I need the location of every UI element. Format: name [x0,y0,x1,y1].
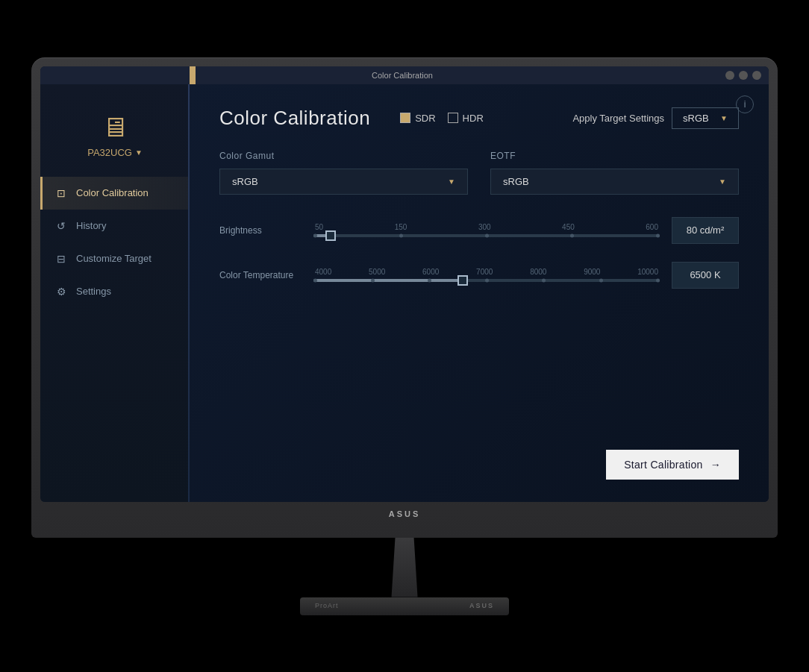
color-gamut-section: Color Gamut sRGB ▼ [219,151,468,195]
sdr-toggle[interactable]: SDR [400,113,435,124]
brightness-thumb[interactable] [325,230,336,241]
info-button[interactable]: i [736,95,754,113]
eotf-dropdown[interactable]: sRGB ▼ [490,169,739,195]
color-temperature-fill [313,279,463,282]
color-gamut-dropdown[interactable]: sRGB ▼ [219,169,468,195]
eotf-label: EOTF [490,151,739,161]
sidebar-item-settings-label: Settings [76,286,111,297]
history-icon: ↺ [55,220,67,232]
brightness-tick-2: 300 [478,223,491,231]
calibrate-button-label: Start Calibration [624,459,702,471]
monitor-stand: ProArt ASUS [300,538,509,615]
temp-tick-0: 4000 [315,268,331,276]
proart-label: ProArt [315,602,339,609]
target-settings-area: Apply Target Settings sRGB ▼ [572,107,739,129]
monitor-icon: 🖥 [101,114,128,141]
sidebar-item-color-calibration-label: Color Calibration [76,187,149,198]
brightness-tick-4: 600 [646,223,658,231]
sidebar-item-settings[interactable]: ⚙ Settings [40,275,190,308]
brightness-dot-1 [399,234,403,238]
device-dropdown-arrow[interactable]: ▼ [135,148,143,157]
stand-neck [386,538,423,597]
temp-dot-5 [599,279,603,283]
color-temperature-value: 6500 K [690,269,720,280]
screen: Color Calibration — ❐ ✕ 🖥 PA32UCG ▼ [40,66,769,502]
eotf-section: EOTF sRGB ▼ [490,151,739,195]
device-name-text: PA32UCG [87,147,132,158]
brightness-tick-0: 50 [315,223,323,231]
sdr-checkbox[interactable] [400,113,410,123]
minimize-button[interactable]: — [725,71,734,80]
color-temperature-value-box: 6500 K [672,262,739,289]
gamut-eotf-row: Color Gamut sRGB ▼ EOTF sRGB ▼ [219,151,739,195]
sidebar-item-customize-target-label: Customize Target [76,253,152,264]
sidebar-item-history-label: History [76,220,106,231]
color-gamut-value: sRGB [232,176,258,187]
brightness-track[interactable] [313,234,660,237]
color-temperature-label: Color Temperature [219,270,302,280]
temp-tick-3: 7000 [476,268,493,276]
color-temperature-thumb[interactable] [457,275,468,286]
brightness-ticks: 50 150 300 450 600 [313,223,660,231]
target-settings-value: sRGB [683,113,709,124]
color-gamut-arrow: ▼ [448,178,455,186]
asus-bezel-logo: ASUS [389,509,421,518]
brightness-dots [313,234,660,238]
info-icon: i [744,99,746,110]
sidebar: 🖥 PA32UCG ▼ ⊡ Color Calibration ↺ [40,84,190,502]
temp-tick-1: 5000 [369,268,385,276]
sidebar-item-customize-target[interactable]: ⊟ Customize Target [40,242,190,275]
title-bar: Color Calibration — ❐ ✕ [40,66,769,84]
eotf-arrow: ▼ [719,178,726,186]
brightness-dot-2 [485,234,489,238]
target-settings-dropdown[interactable]: sRGB ▼ [672,107,739,129]
hdr-toggle[interactable]: HDR [448,113,484,124]
sidebar-item-history[interactable]: ↺ History [40,210,190,242]
stand-base: ProArt ASUS [300,597,509,615]
sidebar-nav: ⊡ Color Calibration ↺ History ⊟ Customiz… [40,177,190,502]
monitor-bezel: Color Calibration — ❐ ✕ 🖥 PA32UCG ▼ [31,57,778,538]
sdr-label: SDR [415,113,435,124]
hdr-checkbox[interactable] [448,113,458,123]
target-settings-label: Apply Target Settings [572,113,664,124]
temp-tick-4: 8000 [530,268,546,276]
page-title: Color Calibration [219,107,370,130]
color-gamut-label: Color Gamut [219,151,468,161]
brightness-slider-container: 50 150 300 450 600 [313,223,660,237]
temp-tick-6: 10000 [637,268,658,276]
sdr-hdr-toggle: SDR HDR [400,113,484,124]
temp-dot-6 [656,279,660,283]
device-info-area: 🖥 PA32UCG ▼ [40,99,190,169]
brightness-section: Brightness 50 150 300 450 600 [219,217,739,244]
sidebar-item-color-calibration[interactable]: ⊡ Color Calibration [40,177,190,210]
customize-target-icon: ⊟ [55,253,67,265]
restore-button[interactable]: ❐ [739,71,748,80]
settings-icon: ⚙ [55,286,67,298]
brightness-label: Brightness [219,225,302,236]
brightness-dot-3 [570,234,574,238]
brightness-row: Brightness 50 150 300 450 600 [219,217,739,244]
calibrate-arrow-icon: → [710,459,721,471]
calibrate-button-area: Start Calibration → [606,450,739,480]
device-name: PA32UCG ▼ [87,147,143,158]
eotf-value: sRGB [503,176,529,187]
brightness-tick-3: 450 [562,223,575,231]
color-temperature-slider-container: 4000 5000 6000 7000 8000 9000 10000 [313,268,660,282]
hdr-label: HDR [463,113,484,124]
monitor-wrapper: Color Calibration — ❐ ✕ 🖥 PA32UCG ▼ [31,57,778,615]
main-content: i Color Calibration SDR HDR [190,84,769,502]
window-controls: — ❐ ✕ [725,71,761,80]
close-button[interactable]: ✕ [752,71,761,80]
temp-tick-5: 9000 [584,268,600,276]
temp-tick-2: 6000 [422,268,439,276]
color-temperature-track[interactable] [313,279,660,282]
color-temperature-ticks: 4000 5000 6000 7000 8000 9000 10000 [313,268,660,276]
color-temperature-section: Color Temperature 4000 5000 6000 7000 80… [219,262,739,289]
start-calibration-button[interactable]: Start Calibration → [606,450,739,480]
brightness-dot-4 [656,234,660,238]
asus-base-logo: ASUS [469,602,494,609]
color-calibration-icon: ⊡ [55,187,67,199]
color-temperature-row: Color Temperature 4000 5000 6000 7000 80… [219,262,739,289]
temp-dot-4 [542,279,546,283]
window-title: Color Calibration [79,71,725,80]
